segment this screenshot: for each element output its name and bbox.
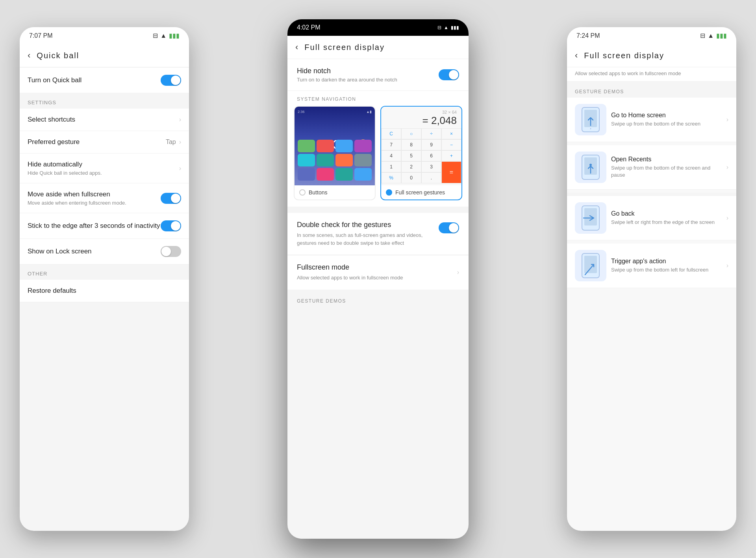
center-time: 4:02 PM [297,24,321,31]
screen-icon: ⊟ [153,32,158,39]
trigger-action-desc: Swipe up from the bottom left for fullsc… [611,266,722,273]
gesture-go-home[interactable]: Go to Home screen Swipe up from the bott… [567,98,736,142]
screen-right: 7:24 PM ⊟ ▲ ▮▮▮ ‹ Full screen display Al… [567,27,736,531]
right-nav-bar: ‹ Full screen display [567,44,736,67]
left-mockup-icons: ▲▮ [366,110,372,114]
calc-btn-9: 9 [421,139,441,150]
fullscreen-gestures-option[interactable]: 32 × 64 = 2,048 C ○ ÷ × 7 8 9 − 4 5 [380,106,462,200]
show-lock-row: Show on Lock screen [20,239,189,264]
nav-options: 2:36 ▲▮ 2:36 [287,106,469,207]
center-page-title: Full screen display [304,43,385,52]
calc-btn-x: × [441,128,461,139]
calc-btn-c: C [381,128,401,139]
separator-1 [287,207,469,210]
gesture-trigger-action[interactable]: Trigger app's action Swipe up from the b… [567,244,736,288]
restore-defaults-row[interactable]: Restore defaults [20,280,189,302]
go-home-info: Go to Home screen Swipe up from the bott… [606,112,726,127]
stick-edge-content: Stick to the edge after 3 seconds of ina… [28,222,161,230]
select-shortcuts-row[interactable]: Select shortcuts › [20,109,189,131]
move-aside-toggle[interactable] [161,193,181,204]
go-back-thumb [575,202,606,234]
double-check-section: Double check for the gestures In some sc… [287,210,469,255]
center-gesture-demos-header: GESTURE DEMOS [287,293,469,307]
left-page-title: Quick ball [37,51,79,60]
preferred-gesture-row[interactable]: Preferred gesture Tap › [20,131,189,153]
stick-edge-label: Stick to the edge after 3 seconds of ina… [28,222,161,230]
right-status-bar: 7:24 PM ⊟ ▲ ▮▮▮ [567,27,736,44]
turn-on-quick-ball-row: Turn on Quick ball [20,68,189,93]
calc-btn-percent: % [381,172,401,183]
gesture-go-back[interactable]: Go back Swipe left or right from the edg… [567,196,736,240]
restore-defaults-label: Restore defaults [28,287,76,295]
calc-btn-4: 4 [381,150,401,161]
right-screen-icon: ⊟ [700,32,705,39]
left-back-button[interactable]: ‹ [28,50,30,61]
move-aside-content: Move aside when fullscreen Move aside wh… [28,190,161,206]
center-wifi-icon: ▲ [444,25,448,30]
right-time: 7:24 PM [576,32,600,39]
calc-btn-plus: + [441,150,461,161]
hide-notch-row: Hide notch Turn on to darken the area ar… [287,59,469,91]
hide-automatically-row[interactable]: Hide automatically Hide Quick ball in se… [20,153,189,183]
calc-btn-2: 2 [401,161,421,172]
open-recents-info: Open Recents Swipe up from the bottom of… [606,156,726,179]
calc-btn-7: 7 [381,139,401,150]
move-aside-row: Move aside when fullscreen Move aside wh… [20,183,189,213]
hide-automatically-subtitle: Hide Quick ball in selected apps. [28,170,179,176]
show-lock-toggle[interactable] [161,246,181,257]
double-check-title: Double check for the gestures [297,221,432,229]
go-back-info: Go back Swipe left or right from the edg… [606,210,726,226]
right-wifi-icon: ▲ [708,32,714,39]
go-back-illustration [579,204,602,232]
left-status-icons: ⊟ ▲ ▮▮▮ [153,32,180,39]
calc-btn-equals: = [441,161,461,183]
gesture-open-recents[interactable]: Open Recents Swipe up from the bottom of… [567,145,736,190]
buttons-option[interactable]: 2:36 ▲▮ 2:36 [294,106,376,200]
go-home-chevron: › [726,116,728,123]
center-back-button[interactable]: ‹ [295,42,298,52]
trigger-action-chevron: › [726,262,728,269]
center-status-bar: 4:02 PM ⊟ ▲ ▮▮▮ [287,19,469,36]
double-check-toggle[interactable] [439,222,459,233]
hide-automatically-content: Hide automatically Hide Quick ball in se… [28,161,179,176]
center-status-icons: ⊟ ▲ ▮▮▮ [437,25,459,30]
calc-btn-8: 8 [401,139,421,150]
buttons-label: Buttons [309,189,327,196]
open-recents-illustration [579,153,602,181]
svg-rect-9 [584,256,597,273]
go-home-illustration [579,106,602,133]
preferred-gesture-chevron: › [179,139,181,146]
calc-btn-1: 1 [381,161,401,172]
right-gesture-demos-header: GESTURE DEMOS [567,84,736,98]
left-mockup-time: 2:36 [298,110,305,114]
buttons-radio[interactable] [299,189,306,196]
right-battery-icon: ▮▮▮ [716,32,727,39]
right-status-icons: ⊟ ▲ ▮▮▮ [700,32,727,39]
fullscreen-mode-subtitle: Allow selected apps to work in fullscree… [297,274,403,282]
open-recents-thumb [575,152,606,183]
fullscreen-gestures-label-row: Full screen gestures [381,185,461,200]
turn-on-quick-ball-label: Turn on Quick ball [28,76,82,84]
calc-btn-0: 0 [401,172,421,183]
open-recents-chevron: › [726,164,728,171]
preferred-gesture-value: Tap [166,139,176,146]
settings-section-header: SETTINGS [20,93,189,109]
center-screen-icon: ⊟ [437,25,441,30]
calc-btn-6: 6 [421,150,441,161]
calc-btn-dot: . [421,172,441,183]
open-recents-name: Open Recents [611,156,722,163]
go-back-desc: Swipe left or right from the edge of the… [611,219,722,226]
fullscreen-gestures-radio[interactable] [386,189,392,196]
go-back-name: Go back [611,210,722,217]
battery-icon: ▮▮▮ [169,32,180,39]
turn-on-quick-ball-toggle[interactable] [161,75,181,86]
move-aside-subtitle: Move aside when entering fullscreen mode… [28,200,161,206]
fullscreen-mode-row[interactable]: Fullscreen mode Allow selected apps to w… [287,255,469,290]
right-back-button[interactable]: ‹ [575,50,578,61]
buttons-option-label: Buttons [295,185,375,200]
stick-edge-toggle[interactable] [161,220,181,231]
screen-center: 4:02 PM ⊟ ▲ ▮▮▮ ‹ Full screen display Hi… [287,19,469,539]
calc-btn-5: 5 [401,150,421,161]
hide-notch-toggle[interactable] [439,69,459,80]
left-status-bar: 7:07 PM ⊟ ▲ ▮▮▮ [20,27,189,44]
